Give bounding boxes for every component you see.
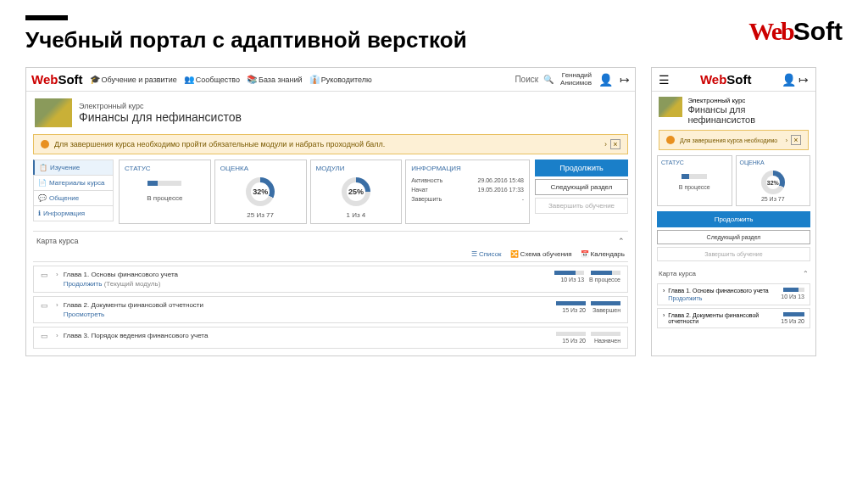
collapse-icon[interactable]: ⌃ — [618, 237, 625, 245]
continue-button[interactable]: Продолжить — [535, 160, 628, 176]
warning-icon — [41, 140, 49, 148]
score-donut: 32% — [246, 177, 275, 206]
status-card: СТАТУС В процессе — [119, 160, 211, 224]
close-alert-button[interactable]: × — [610, 139, 620, 149]
course-type: Электронный курс — [79, 102, 242, 110]
chevron-right-icon: › — [56, 271, 58, 278]
chevron-right-icon[interactable]: › — [604, 140, 607, 148]
mobile-chapter-row[interactable]: › Глава 2. Документы финансовой отчетнос… — [657, 308, 810, 328]
mobile-alert: Для завершения курса необходимо › × — [659, 130, 809, 150]
mobile-logo[interactable]: WebSoft — [700, 72, 752, 87]
mobile-next-button[interactable]: Следующий раздел — [657, 230, 810, 244]
close-alert-button[interactable]: × — [791, 135, 801, 145]
logout-icon[interactable]: ↦ — [798, 73, 809, 87]
collapse-icon[interactable]: ⌃ — [803, 270, 809, 277]
search-input[interactable]: Поиск — [515, 75, 538, 84]
course-thumbnail — [35, 98, 72, 127]
manager-icon: 👔 — [309, 75, 320, 84]
mobile-course-header: Электронный курс Финансы для нефинансист… — [652, 92, 815, 130]
chapter-progress — [556, 332, 586, 336]
user-icon[interactable]: 👤 — [782, 73, 796, 87]
warning-icon — [666, 136, 675, 144]
chapter-type-icon: ▭ — [41, 271, 51, 279]
course-header: Электронный курс Финансы для нефинансист… — [26, 92, 635, 134]
tab-calendar[interactable]: 📅 Календарь — [581, 250, 625, 258]
tab-list[interactable]: ☰ Список — [471, 250, 502, 258]
hamburger-icon[interactable]: ☰ — [659, 73, 670, 87]
mobile-topbar: ☰ WebSoft 👤 ↦ — [652, 68, 815, 92]
chapter-row[interactable]: ▭ › Глава 1. Основы финансового учета Пр… — [33, 266, 628, 293]
course-title: Финансы для нефинансистов — [79, 110, 242, 124]
sidebar-materials[interactable]: 📄 Материалы курса — [33, 175, 114, 191]
username: ГеннадийАнисимов — [560, 72, 592, 87]
slide-title: Учебный портал с адаптивной версткой — [25, 27, 843, 53]
modules-donut: 25% — [342, 177, 370, 206]
course-map-section: Карта курса ⌃ ☰ Список 🔀 Схема обучения … — [33, 231, 628, 349]
chapter-row[interactable]: ▭ › Глава 3. Порядок ведения финансового… — [33, 327, 628, 349]
user-icon[interactable]: 👤 — [598, 73, 613, 87]
chapter-progress — [556, 301, 586, 305]
accent-bar — [25, 15, 68, 20]
course-map-title: Карта курса — [36, 237, 79, 245]
chevron-right-icon: › — [56, 332, 58, 339]
chevron-right-icon: › — [663, 288, 665, 301]
people-icon: 👥 — [184, 75, 194, 84]
websoft-logo: WebSoft — [748, 17, 843, 46]
course-thumbnail — [659, 97, 682, 117]
nav-community[interactable]: 👥Сообщество — [184, 75, 240, 84]
tab-scheme[interactable]: 🔀 Схема обучения — [510, 250, 572, 258]
mobile-view: ☰ WebSoft 👤 ↦ Электронный курс Финансы д… — [651, 67, 816, 356]
mobile-chapter-row[interactable]: › Глава 1. Основы финансового учета Прод… — [657, 283, 810, 305]
chevron-right-icon: › — [56, 301, 58, 309]
graduation-icon: 🎓 — [90, 75, 100, 84]
desktop-view: WebSoft 🎓Обучение и развитие 👥Сообщество… — [25, 67, 636, 356]
mobile-score-card: ОЦЕНКА 32% 25 Из 77 — [736, 155, 811, 206]
finish-button[interactable]: Завершить обучение — [535, 198, 628, 214]
header-logo[interactable]: WebSoft — [31, 72, 83, 87]
status-progress-bar — [147, 181, 181, 186]
logout-icon[interactable]: ↦ — [620, 73, 630, 87]
chapter-type-icon: ▭ — [41, 301, 51, 310]
score-card: ОЦЕНКА 32% 25 Из 77 — [214, 160, 307, 224]
top-nav: WebSoft 🎓Обучение и развитие 👥Сообщество… — [26, 68, 635, 92]
database-icon: 📚 — [247, 75, 257, 84]
chapter-row[interactable]: ▭ › Глава 2. Документы финансовой отчетн… — [33, 296, 628, 323]
chevron-right-icon[interactable]: › — [786, 137, 787, 143]
sidebar-info[interactable]: ℹ Информация — [33, 205, 114, 221]
mobile-finish-button[interactable]: Завершить обучение — [657, 247, 810, 261]
mobile-continue-button[interactable]: Продолжить — [657, 211, 810, 227]
nav-knowledge[interactable]: 📚База знаний — [247, 75, 303, 84]
modules-card: МОДУЛИ 25% 1 Из 4 — [310, 160, 403, 224]
next-section-button[interactable]: Следующий раздел — [535, 179, 628, 195]
nav-learning[interactable]: 🎓Обучение и развитие — [90, 75, 177, 84]
alert-banner: Для завершения курса необходимо пройти о… — [33, 134, 628, 154]
sidebar-study[interactable]: 📋 Изучение — [33, 160, 114, 176]
chevron-right-icon: › — [663, 312, 665, 324]
sidebar-menu: 📋 Изучение 📄 Материалы курса 💬 Общение ℹ… — [33, 160, 114, 224]
slide-header: Учебный портал с адаптивной версткой Web… — [0, 0, 868, 60]
nav-manager[interactable]: 👔Руководителю — [309, 75, 372, 84]
chapter-progress — [554, 271, 584, 275]
mobile-status-card: СТАТУС В процессе — [657, 155, 732, 206]
search-icon[interactable]: 🔍 — [543, 75, 554, 84]
sidebar-chat[interactable]: 💬 Общение — [33, 190, 114, 206]
info-card: ИНФОРМАЦИЯ Активность29.06.2016 15:48 На… — [405, 160, 530, 224]
chapter-type-icon: ▭ — [41, 332, 51, 340]
alert-text: Для завершения курса необходимо пройти о… — [54, 140, 385, 148]
